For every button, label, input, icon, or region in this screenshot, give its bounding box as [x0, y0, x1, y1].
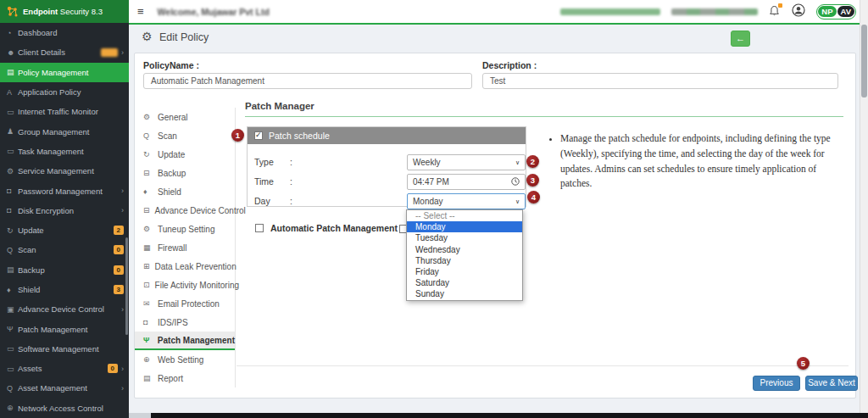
- shield-icon: ♦: [143, 187, 153, 196]
- sidebar-item-assets[interactable]: ▭Assets0›: [0, 359, 129, 378]
- sidebar-item-password-management[interactable]: ◘Password Management›: [0, 181, 129, 200]
- tab-scan[interactable]: QScan: [135, 126, 235, 145]
- tab-tuneup-setting[interactable]: ⚙Tuneup Setting: [135, 220, 235, 238]
- sidebar-item-service-management[interactable]: ⚙Service Management: [0, 161, 129, 181]
- day-option-wednesday[interactable]: Wednesday: [407, 244, 522, 255]
- advance-device-control-icon: ⊟: [143, 206, 150, 215]
- save-next-button[interactable]: Save & Next: [805, 376, 858, 391]
- annotation-marker-3: 3: [526, 174, 539, 187]
- shield-count-badge: 3: [114, 285, 124, 294]
- day-option-friday[interactable]: Friday: [407, 266, 522, 277]
- section-divider: [236, 365, 849, 366]
- scan-icon: Q: [7, 246, 18, 254]
- annotation-marker-5: 5: [797, 357, 810, 370]
- redacted-topbar-text-1: [560, 8, 660, 15]
- tab-backup[interactable]: ⊟Backup: [135, 164, 235, 182]
- day-option-select[interactable]: -- Select --: [407, 210, 522, 221]
- firewall-icon: ▦: [143, 243, 153, 252]
- sidebar-item-disk-encryption[interactable]: ◘Disk Encryption›: [0, 201, 129, 220]
- group-management-icon: ♟: [7, 127, 18, 136]
- day-select[interactable]: Monday∨: [407, 193, 526, 209]
- tuneup-setting-icon: ⚙: [143, 225, 153, 233]
- assets-count-badge: 0: [108, 364, 118, 373]
- client-details-badge: [101, 48, 118, 57]
- policy-section-tabs: ⚙General QScan ↻Update ⊟Backup ♦Shield ⊟…: [135, 108, 236, 387]
- page-scrollbar[interactable]: [860, 0, 868, 413]
- day-option-thursday[interactable]: Thursday: [407, 255, 522, 266]
- notifications-bell-icon[interactable]: [769, 5, 781, 18]
- sidebar-item-application-policy[interactable]: AApplication Policy: [0, 82, 129, 102]
- tab-firewall[interactable]: ▦Firewall: [135, 238, 235, 257]
- data-leak-prevention-icon: ⊞: [143, 262, 150, 270]
- back-button[interactable]: ←: [731, 31, 750, 47]
- tab-email-protection[interactable]: ✉Email Protection: [135, 294, 235, 313]
- brand-title: Endpoint Security 8.3: [23, 7, 103, 16]
- time-input[interactable]: 04:47 PM: [407, 174, 526, 190]
- patch-schedule-checkbox[interactable]: [254, 131, 263, 140]
- hamburger-menu-icon[interactable]: ≡: [137, 5, 144, 18]
- patch-management-icon: Ψ: [7, 325, 18, 333]
- page-scrollbar-thumb[interactable]: [861, 25, 867, 98]
- asset-management-icon: Q: [7, 384, 18, 393]
- sidebar-item-group-management[interactable]: ♟Group Management: [0, 121, 129, 141]
- sidebar-item-task-management[interactable]: ▭Task Management: [0, 142, 129, 161]
- tab-general[interactable]: ⚙General: [135, 108, 235, 126]
- sidebar-item-advance-device-control[interactable]: ▣Advance Device Control›: [0, 299, 129, 319]
- type-label: Type: [254, 157, 274, 167]
- email-protection-icon: ✉: [143, 299, 153, 308]
- time-row: Time : 04:47 PM: [248, 174, 526, 191]
- type-select[interactable]: Weekly∨: [407, 154, 526, 170]
- sidebar-scrollbar[interactable]: [125, 237, 128, 335]
- day-option-sunday[interactable]: Sunday: [407, 288, 522, 299]
- tab-report[interactable]: ▤Report: [135, 369, 235, 387]
- application-policy-icon: A: [7, 88, 18, 97]
- chevron-right-icon: ›: [121, 305, 124, 314]
- day-option-tuesday[interactable]: Tuesday: [407, 232, 522, 243]
- software-management-icon: ▭: [7, 344, 18, 353]
- npav-logo: NP AV: [816, 4, 856, 20]
- type-row: Type : Weekly∨: [248, 154, 526, 171]
- sidebar-item-shield[interactable]: ♦Shield3: [0, 280, 129, 299]
- disk-encryption-icon: ◘: [7, 206, 18, 215]
- patch-schedule-title: Patch schedule: [269, 131, 330, 141]
- chevron-right-icon: ›: [121, 48, 124, 57]
- sidebar-item-software-management[interactable]: ▭Software Management: [0, 339, 129, 359]
- sidebar-item-update[interactable]: ↻Update2: [0, 220, 129, 240]
- policyname-label: PolicyName :: [143, 60, 199, 70]
- sidebar-item-policy-management[interactable]: ▤Policy Management: [0, 63, 129, 82]
- tab-advance-device-control[interactable]: ⊟Advance Device Control: [135, 201, 235, 220]
- sidebar-item-scan[interactable]: QScan0: [0, 240, 129, 259]
- sidebar-item-client-details[interactable]: ☻Client Details›: [0, 42, 129, 62]
- task-management-icon: ▭: [7, 147, 18, 155]
- day-option-saturday[interactable]: Saturday: [407, 277, 522, 288]
- sidebar-item-internet-traffic-monitor[interactable]: ▭Internet Traffic Monitor: [0, 102, 129, 121]
- sidebar-item-asset-management[interactable]: QAsset Management›: [0, 378, 129, 398]
- update-count-badge: 2: [114, 226, 124, 235]
- backup-icon: ▤: [7, 265, 18, 274]
- assets-icon: ▭: [7, 365, 18, 373]
- tab-update[interactable]: ↻Update: [135, 145, 235, 164]
- sidebar-item-network-access-control[interactable]: ⊕Network Access Control: [0, 398, 129, 418]
- tab-ids-ips[interactable]: ◘IDS/IPS: [135, 313, 235, 332]
- sidebar-item-patch-management[interactable]: ΨPatch Management: [0, 319, 129, 338]
- previous-button[interactable]: Previous: [753, 376, 800, 391]
- edit-policy-card: PolicyName : Automatic Patch Management …: [134, 53, 856, 398]
- tab-file-activity-monitoring[interactable]: ⊡File Activity Monitoring: [135, 276, 235, 294]
- tab-web-setting[interactable]: ⊕Web Setting: [135, 350, 235, 369]
- user-avatar-icon[interactable]: [792, 3, 805, 20]
- policy-management-icon: ▤: [7, 68, 18, 76]
- sidebar-item-dashboard[interactable]: ◔Dashboard: [0, 23, 129, 42]
- description-input[interactable]: Test: [482, 73, 838, 89]
- policyname-input[interactable]: Automatic Patch Management: [143, 73, 472, 89]
- report-icon: ▤: [143, 374, 153, 382]
- time-label: Time: [254, 176, 274, 187]
- day-option-monday[interactable]: Monday: [407, 221, 522, 232]
- taskbar-strip: [151, 413, 868, 418]
- service-management-icon: ⚙: [7, 167, 18, 176]
- sidebar-item-backup[interactable]: ▤Backup0: [0, 260, 129, 280]
- tab-data-leak-prevention[interactable]: ⊞Data Leak Prevention: [135, 257, 235, 276]
- tab-shield[interactable]: ♦Shield: [135, 182, 235, 201]
- automatic-patch-checkbox[interactable]: [255, 224, 264, 232]
- tab-patch-management[interactable]: ΨPatch Management: [135, 332, 235, 350]
- npav-molecule-logo-icon: [6, 5, 19, 18]
